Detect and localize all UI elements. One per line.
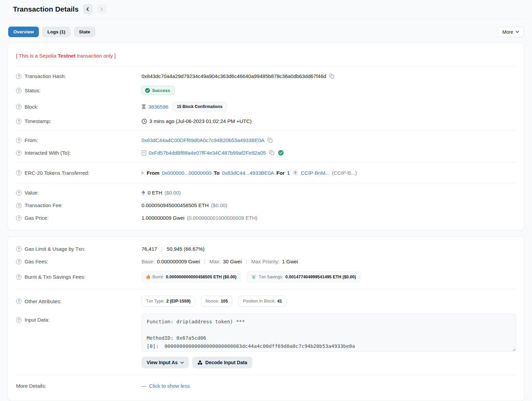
erc20-from-address-link[interactable]: 0x000000...00000000 bbox=[162, 170, 211, 176]
value-row: ? Value: 0 ETH ($0.00) bbox=[16, 186, 516, 199]
max-priority-fee-label: Max Priority: bbox=[251, 259, 280, 264]
decode-input-data-label: Decode Input Data bbox=[205, 360, 247, 365]
erc20-to-label: To bbox=[214, 170, 220, 176]
decode-input-data-button[interactable]: Decode Input Data bbox=[192, 357, 252, 368]
erc20-from-label: From bbox=[147, 170, 160, 176]
minus-icon: — bbox=[142, 383, 147, 389]
help-icon[interactable]: ? bbox=[16, 246, 21, 252]
block-number-link[interactable]: 3836596 bbox=[148, 104, 168, 110]
chevron-left-icon bbox=[86, 7, 90, 11]
erc20-for-label: For bbox=[276, 170, 284, 176]
next-transaction-button[interactable] bbox=[97, 4, 107, 14]
help-icon[interactable]: ? bbox=[16, 274, 21, 280]
more-details-label: More Details: bbox=[16, 383, 46, 389]
gas-limit-value: 76,417 bbox=[142, 246, 157, 252]
transaction-fee-label: Transaction Fee: bbox=[25, 202, 63, 208]
tab-toolbar: Overview Logs (1) State More bbox=[8, 27, 524, 37]
testnet-notice-bold: Testnet bbox=[58, 53, 75, 59]
block-confirmations-badge: 15 Block Confirmations bbox=[173, 102, 226, 111]
burnt-savings-label: Burnt & Txn Savings Fees: bbox=[25, 274, 85, 280]
max-priority-fee-value: 1 Gwei bbox=[282, 259, 298, 264]
testnet-notice-text: [ This is a Sepolia bbox=[16, 53, 58, 59]
attributes-input-group: ? Other Attributes: Txn Type: 2 (EIP-155… bbox=[16, 289, 516, 375]
txn-type-label: Txn Type: bbox=[146, 299, 165, 304]
tab-state[interactable]: State bbox=[74, 27, 95, 37]
from-address-link[interactable]: 0x83dC44a4C00DFf69d0A0c7c94B20b53a4933BE… bbox=[142, 137, 264, 143]
chevron-down-icon bbox=[516, 31, 519, 33]
summary-group: ? Transaction Hash: 0x843dc70a4a29d79234… bbox=[16, 66, 516, 130]
gas-fees-row: ? Gas Fees: Base: 0.000000009 Gwei | Max… bbox=[16, 255, 516, 268]
separator: | bbox=[160, 246, 164, 252]
help-icon[interactable]: ? bbox=[16, 150, 21, 156]
help-icon[interactable]: ? bbox=[16, 138, 21, 143]
timestamp-row: ? Timestamp: 3 mins ago (Jul-06-2023 01:… bbox=[16, 115, 516, 127]
check-circle-icon bbox=[145, 88, 150, 93]
view-input-as-button[interactable]: View Input As bbox=[142, 357, 189, 368]
previous-transaction-button[interactable] bbox=[83, 4, 93, 14]
erc20-transfers-row: ? ERC-20 Tokens Transferred: From 0x0000… bbox=[16, 166, 516, 180]
transaction-fee-usd: ($0.00) bbox=[211, 202, 227, 208]
show-less-label: Click to show less bbox=[149, 383, 190, 389]
help-icon[interactable]: ? bbox=[16, 119, 21, 124]
gas-limit-label: Gas Limit & Usage by Txn: bbox=[25, 246, 85, 252]
more-button-label: More bbox=[502, 29, 513, 35]
copy-transaction-hash-button[interactable] bbox=[328, 73, 336, 79]
more-details-group: More Details: — Click to show less bbox=[16, 375, 516, 398]
tab-logs[interactable]: Logs (1) bbox=[42, 27, 71, 37]
help-icon[interactable]: ? bbox=[16, 190, 21, 196]
copy-icon bbox=[269, 150, 275, 156]
position-in-block-badge: Position In Block: 41 bbox=[238, 296, 286, 307]
copy-from-address-button[interactable] bbox=[267, 137, 274, 143]
show-less-link[interactable]: — Click to show less bbox=[142, 383, 190, 389]
gas-limit-row: ? Gas Limit & Usage by Txn: 76,417 | 50,… bbox=[16, 243, 516, 255]
separator: | bbox=[202, 259, 207, 264]
from-label: From: bbox=[25, 137, 38, 143]
flame-icon bbox=[146, 274, 150, 279]
help-icon[interactable]: ? bbox=[16, 317, 21, 323]
txn-savings-badge: Txn Savings: 0.001477404999541495 ETH ($… bbox=[247, 272, 360, 282]
transaction-hash-label: Transaction Hash: bbox=[25, 73, 66, 79]
timestamp-value: 3 mins ago (Jul-06-2023 01:02:24 PM +UTC… bbox=[149, 118, 252, 124]
erc20-group: ? ERC-20 Tokens Transferred: From 0x0000… bbox=[16, 162, 516, 183]
eth-icon bbox=[142, 190, 145, 196]
copy-contract-address-button[interactable] bbox=[268, 150, 276, 156]
more-button[interactable]: More bbox=[498, 27, 524, 37]
transaction-hash-row: ? Transaction Hash: 0x843dc70a4a29d79234… bbox=[16, 70, 516, 82]
erc20-amount: 1 bbox=[287, 170, 290, 176]
token-icon bbox=[292, 170, 298, 176]
help-icon[interactable]: ? bbox=[16, 215, 21, 221]
verified-contract-icon bbox=[278, 150, 284, 156]
input-data-label: Input Data: bbox=[25, 317, 49, 323]
burnt-fee-value: 0.000000000000458505 ETH ($0.00) bbox=[166, 275, 236, 279]
testnet-notice-text-2: transaction only ] bbox=[76, 53, 116, 59]
help-icon[interactable]: ? bbox=[16, 88, 21, 93]
page-container: Transaction Details Overview Logs (1) St… bbox=[0, 0, 532, 401]
help-icon[interactable]: ? bbox=[16, 170, 21, 175]
other-attributes-row: ? Other Attributes: Txn Type: 2 (EIP-155… bbox=[16, 292, 516, 310]
help-icon[interactable]: ? bbox=[16, 259, 21, 264]
block-label: Block: bbox=[25, 104, 39, 110]
input-data-textarea[interactable]: Function: drip(address token) *** Method… bbox=[142, 313, 516, 352]
help-icon[interactable]: ? bbox=[16, 104, 21, 109]
separator: | bbox=[244, 259, 249, 264]
help-icon[interactable]: ? bbox=[16, 74, 21, 79]
tab-overview[interactable]: Overview bbox=[8, 27, 39, 37]
help-icon[interactable]: ? bbox=[16, 298, 21, 304]
burnt-fee-badge: Burnt: 0.000000000000458505 ETH ($0.00) bbox=[142, 271, 241, 282]
transaction-fee-amount: 0.000050945000458505 ETH bbox=[142, 202, 209, 208]
max-fee-value: 30 Gwei bbox=[223, 259, 242, 264]
transaction-hash-value: 0x843dc70a4a29d79234c49a904c363d6c46640a… bbox=[142, 73, 326, 79]
txn-type-value: 2 (EIP-1559) bbox=[166, 299, 191, 304]
more-details-row: More Details: — Click to show less bbox=[16, 378, 516, 395]
position-in-block-value: 41 bbox=[277, 299, 282, 304]
from-row: ? From: 0x83dC44a4C00DFf69d0A0c7c94B20b5… bbox=[16, 134, 516, 146]
other-attributes-label: Other Attributes: bbox=[25, 298, 61, 304]
page-header: Transaction Details bbox=[8, 2, 524, 19]
contract-address-link[interactable]: 0xFd57b4ddBf88a4e07fF4e34C487b99af2Fe82a… bbox=[149, 150, 266, 156]
erc20-token-link[interactable]: CCIP-BnM... bbox=[301, 170, 329, 176]
nonce-badge: Nonce: 105 bbox=[201, 296, 232, 307]
txn-type-badge: Txn Type: 2 (EIP-1559) bbox=[142, 296, 195, 307]
help-icon[interactable]: ? bbox=[16, 203, 21, 208]
erc20-to-address-link[interactable]: 0x83dC44...4933BE0A bbox=[222, 170, 274, 176]
clock-icon bbox=[142, 119, 147, 124]
